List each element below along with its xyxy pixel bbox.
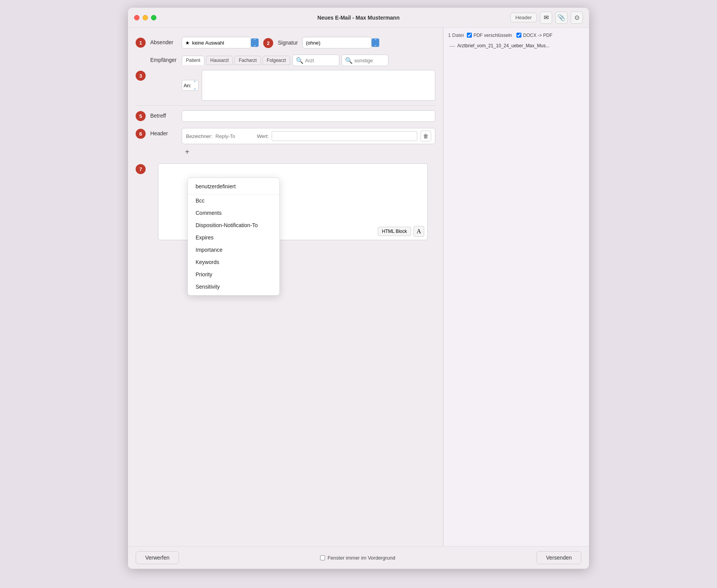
footer-center: Fenster immer im Vordergrund	[320, 555, 395, 561]
signatur-chevron-icon: ⌃⌄	[374, 38, 377, 47]
dropdown-item-keywords[interactable]: Keywords	[188, 256, 279, 268]
step-2-badge: 2	[263, 38, 273, 48]
delete-header-button[interactable]: 🗑	[420, 131, 431, 141]
dropdown-item-sensitivity[interactable]: Sensitivity	[188, 281, 279, 293]
paperclip-button[interactable]: 📎	[555, 12, 568, 24]
empfaenger-tabs: Patient Hausarzt Facharzt Folgearzt	[182, 56, 290, 65]
always-on-top-checkbox-wrapper[interactable]: Fenster immer im Vordergrund	[320, 555, 395, 561]
html-block-button[interactable]: HTML Block	[378, 227, 411, 236]
docx-pdf-label: DOCX -> PDF	[523, 33, 552, 38]
discard-button[interactable]: Verwerfen	[136, 551, 179, 564]
empfaenger-row: Empfänger Patient Hausarzt Facharzt Folg…	[128, 51, 443, 69]
maximize-button[interactable]	[151, 15, 156, 20]
step-6-badge: 6	[136, 129, 146, 139]
an-controls: An: ⌃⌄	[182, 70, 435, 101]
an-select[interactable]: An: ⌃⌄	[182, 80, 199, 91]
empfaenger-controls: Patient Hausarzt Facharzt Folgearzt 🔍 🔍	[182, 55, 435, 66]
dropdown-item-importance[interactable]: Importance	[188, 244, 279, 256]
trash-icon: 🗑	[423, 133, 428, 139]
body-toolbar: HTML Block A	[378, 226, 424, 237]
attachment-name: Arztbrief_vom_21_10_24_ueber_Max_Mus...	[457, 43, 549, 48]
tab-hausarzt[interactable]: Hausarzt	[206, 56, 233, 65]
absender-select-wrapper: ★ keine Auswahl ⌃⌄	[182, 37, 259, 48]
pdf-encrypt-checkbox[interactable]	[467, 33, 472, 38]
window-title: Neues E-Mail - Max Mustermann	[317, 15, 400, 21]
attachment-item: — Arztbrief_vom_21_10_24_ueber_Max_Mus..…	[448, 41, 584, 50]
header-row: 6 Header Bezeichner: Wert: 🗑 +	[128, 125, 443, 160]
chevron-down-icon: ⌃⌄	[253, 38, 256, 47]
signatur-arrow[interactable]: ⌃⌄	[372, 38, 379, 47]
font-button[interactable]: A	[413, 226, 424, 237]
minimize-button[interactable]	[143, 15, 148, 20]
dropdown-item-bcc[interactable]: Bcc	[188, 194, 279, 207]
add-header-button[interactable]: +	[182, 146, 193, 157]
more-button[interactable]: ⊙	[571, 12, 583, 24]
email-button[interactable]: ✉	[540, 12, 552, 24]
step-3-badge: 3	[136, 71, 146, 81]
bezeichner-label: Bezeichner:	[186, 133, 212, 139]
dropdown-item-benutzerdefiniert[interactable]: benutzerdefiniert	[188, 180, 279, 193]
dropdown-item-expires[interactable]: Expires	[188, 231, 279, 244]
signatur-select[interactable]: (ohne)	[302, 37, 372, 48]
always-on-top-checkbox[interactable]	[320, 555, 325, 560]
wert-input[interactable]	[272, 131, 417, 141]
search-sonstige-icon: 🔍	[345, 57, 353, 64]
pdf-encrypt-checkbox-item[interactable]: PDF verschlüsseln	[467, 33, 512, 38]
wert-label: Wert:	[257, 133, 269, 139]
titlebar: Neues E-Mail - Max Mustermann Header ✉ 📎…	[128, 8, 589, 28]
absender-row: 1 Absender ★ keine Auswahl ⌃⌄ 2 Signatur	[128, 34, 443, 51]
tab-facharzt[interactable]: Facharzt	[234, 56, 261, 65]
an-field-container[interactable]	[202, 70, 435, 101]
close-button[interactable]	[134, 15, 139, 20]
absender-value: keine Auswahl	[192, 40, 224, 46]
docx-pdf-checkbox-item[interactable]: DOCX -> PDF	[516, 33, 552, 38]
signatur-value: (ohne)	[306, 40, 320, 46]
betreff-input[interactable]	[182, 110, 435, 122]
signatur-row: 2 Signatur (ohne) ⌃⌄	[263, 37, 435, 48]
right-panel-header: 1 Datei PDF verschlüsseln DOCX -> PDF	[448, 32, 584, 38]
more-icon: ⊙	[574, 14, 579, 21]
header-button[interactable]: Header	[510, 13, 537, 22]
search-arzt-input[interactable]	[305, 58, 336, 63]
an-select-label: An:	[184, 83, 191, 88]
plus-icon: +	[185, 148, 189, 156]
tab-patient[interactable]: Patient	[182, 56, 204, 65]
an-row: 3 An: ⌃⌄	[128, 69, 443, 104]
empfaenger-tabs-row: Patient Hausarzt Facharzt Folgearzt 🔍 🔍	[182, 55, 435, 66]
search-sonstige[interactable]: 🔍	[342, 55, 388, 66]
dropdown-item-priority[interactable]: Priority	[188, 268, 279, 281]
always-on-top-label: Fenster immer im Vordergrund	[327, 555, 395, 561]
step-5-badge: 5	[136, 111, 146, 121]
absender-star-icon: ★	[185, 40, 190, 46]
betreff-label: Betreff	[150, 110, 177, 119]
search-sonstige-input[interactable]	[354, 58, 385, 63]
step-1-badge: 1	[136, 38, 146, 48]
docx-pdf-checkbox[interactable]	[516, 33, 521, 38]
right-panel: 1 Datei PDF verschlüsseln DOCX -> PDF — …	[443, 28, 589, 546]
absender-select[interactable]: ★ keine Auswahl	[182, 37, 251, 48]
signatur-label: Signatur	[278, 40, 298, 46]
font-icon: A	[417, 228, 421, 235]
titlebar-actions: Header ✉ 📎 ⊙	[510, 12, 583, 24]
file-count: 1 Datei	[448, 32, 464, 38]
pdf-encrypt-label: PDF verschlüsseln	[473, 33, 512, 38]
send-button[interactable]: Versenden	[536, 551, 581, 564]
absender-label: Absender	[150, 37, 177, 45]
search-arzt-icon: 🔍	[296, 57, 304, 64]
traffic-lights	[134, 15, 156, 20]
search-arzt[interactable]: 🔍	[292, 55, 339, 66]
dropdown-item-comments[interactable]: Comments	[188, 207, 279, 219]
right-panel-checkboxes: PDF verschlüsseln DOCX -> PDF	[467, 33, 552, 38]
bezeichner-input[interactable]	[216, 133, 254, 139]
absender-arrow[interactable]: ⌃⌄	[251, 38, 259, 47]
attachment-icon: —	[450, 43, 455, 49]
header-dropdown-menu: benutzerdefiniert Bcc Comments Dispositi…	[188, 178, 280, 296]
form-area: 1 Absender ★ keine Auswahl ⌃⌄ 2 Signatur	[128, 28, 443, 546]
body-row: 7 HTML Block A	[128, 160, 443, 540]
header-controls: Bezeichner: Wert: 🗑 +	[182, 128, 435, 157]
an-input[interactable]	[206, 73, 271, 79]
dropdown-item-disposition[interactable]: Disposition-Notification-To	[188, 219, 279, 231]
tab-folgearzt[interactable]: Folgearzt	[262, 56, 290, 65]
header-label: Header	[150, 128, 177, 136]
betreff-row: 5 Betreff	[128, 107, 443, 125]
